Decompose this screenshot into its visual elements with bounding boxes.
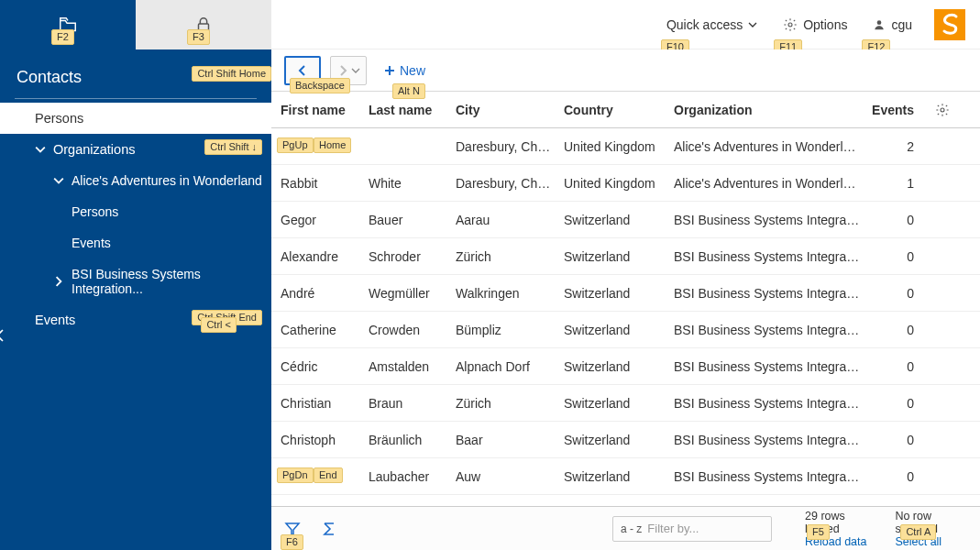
cell-country: Switzerland: [555, 433, 665, 447]
new-label: New: [400, 63, 425, 78]
sidebar: Contacts Ctrl Shift Home Persons Organiz…: [0, 50, 271, 550]
chevron-down-icon: [748, 20, 757, 29]
svg-point-1: [788, 23, 792, 27]
app-logo: [934, 9, 965, 40]
table-row[interactable]: AndréWegmüllerWalkringenSwitzerlandBSI B…: [271, 275, 980, 312]
nav-organizations-label: Organizations: [53, 142, 135, 157]
table-row[interactable]: ChristianBraunZürichSwitzerlandBSI Busin…: [271, 385, 980, 422]
cell-events: 0: [863, 286, 927, 301]
table-row[interactable]: ChristophBräunlichBaarSwitzerlandBSI Bus…: [271, 422, 980, 458]
cell-city: Daresbury, Ches...: [446, 176, 555, 191]
cell-last-name: Bräunlich: [359, 433, 446, 447]
collapse-sidebar-button[interactable]: Ctrl <: [0, 326, 262, 348]
table-row[interactable]: AlexandreSchroderZürichSwitzerlandBSI Bu…: [271, 238, 980, 275]
table-row[interactable]: GegorBauerAarauSwitzerlandBSI Business S…: [271, 202, 980, 238]
key-alt-n: Alt N: [392, 83, 425, 99]
arrow-left-icon: [296, 64, 309, 77]
quick-access-menu[interactable]: Quick access F10: [654, 17, 770, 32]
table-row[interactable]: ClaudioLaubacherAuwSwitzerlandBSI Busine…: [271, 458, 980, 495]
nav-alice[interactable]: Alice's Adventures in Wonderland: [0, 165, 271, 196]
th-city[interactable]: City: [446, 103, 555, 117]
key-pgup: PgUp: [277, 138, 314, 153]
app-header: F2 F3 Quick access F10 Options F11 cgu F…: [0, 0, 980, 50]
cell-first-name: André: [271, 286, 359, 301]
gear-icon: [783, 17, 798, 32]
th-country[interactable]: Country: [555, 103, 665, 117]
table-footer: F6 a - z Filter by... 29 rows loaded Rel…: [271, 506, 980, 550]
cell-country: Switzerland: [555, 469, 665, 484]
cell-first-name: Cédric: [271, 359, 359, 374]
th-last-name[interactable]: Last name: [359, 103, 446, 117]
divider: [15, 98, 257, 99]
cell-organization: BSI Business Systems Integratio...: [665, 286, 863, 301]
sigma-icon[interactable]: [321, 521, 337, 537]
table-row[interactable]: CédricAmstaldenAlpnach DorfSwitzerlandBS…: [271, 348, 980, 385]
nav-alice-events[interactable]: Events: [0, 227, 271, 258]
key-end: End: [314, 468, 343, 483]
table-row[interactable]: AliceDaresbury, Ches...United KingdomAli…: [271, 128, 980, 165]
cell-country: Switzerland: [555, 323, 665, 337]
nav-alice-persons[interactable]: Persons: [0, 196, 271, 227]
nav-bsi[interactable]: BSI Business Systems Integration...: [0, 258, 271, 304]
main-area: Backspace New Alt N First name Last name…: [271, 50, 980, 550]
nav-organizations[interactable]: Organizations Ctrl Shift ↓: [0, 134, 271, 165]
chevron-left-icon: [0, 326, 9, 345]
th-events[interactable]: Events: [863, 103, 927, 117]
cell-last-name: Wegmüller: [359, 286, 446, 301]
cell-organization: BSI Business Systems Integratio...: [665, 396, 863, 411]
cell-first-name: Catherine: [271, 323, 359, 337]
svg-point-2: [877, 20, 882, 25]
cell-last-name: Crowden: [359, 323, 446, 337]
options-menu[interactable]: Options F11: [770, 17, 860, 32]
arrow-right-icon: [336, 64, 349, 77]
cell-first-name: Christoph: [271, 433, 359, 447]
cell-organization: BSI Business Systems Integratio...: [665, 249, 863, 264]
filter-input[interactable]: a - z Filter by...: [612, 516, 772, 542]
key-ctrl-left: Ctrl <: [201, 317, 237, 333]
cell-organization: BSI Business Systems Integratio...: [665, 359, 863, 374]
table-body[interactable]: PgUp Home PgDn End AliceDaresbury, Ches.…: [271, 128, 980, 506]
table-settings-button[interactable]: [927, 103, 958, 117]
key-f6: F6: [281, 534, 303, 550]
plus-icon: [383, 64, 396, 77]
cell-last-name: Braun: [359, 396, 446, 411]
tab-contacts[interactable]: F2: [0, 0, 136, 50]
key-f2: F2: [51, 29, 74, 45]
key-backspace: Backspace: [290, 78, 350, 94]
nav-persons[interactable]: Persons: [0, 103, 271, 134]
cell-events: 2: [863, 139, 927, 154]
key-ctrl-a: Ctrl A: [900, 524, 936, 540]
back-button[interactable]: Backspace: [284, 56, 321, 85]
cell-city: Auw: [446, 469, 555, 484]
key-pgdn: PgDn: [277, 468, 314, 483]
chevron-right-icon: [53, 276, 64, 287]
quick-access-label: Quick access: [666, 17, 743, 32]
table-row[interactable]: RabbitWhiteDaresbury, Ches...United King…: [271, 165, 980, 202]
new-button[interactable]: New Alt N: [383, 63, 425, 78]
cell-events: 0: [863, 249, 927, 264]
th-organization[interactable]: Organization: [665, 103, 863, 117]
key-ctrl-shift-down: Ctrl Shift ↓: [204, 139, 262, 155]
filter-prefix: a - z: [621, 522, 642, 535]
key-ctrl-shift-home: Ctrl Shift Home: [192, 66, 271, 82]
nav-alice-label: Alice's Adventures in Wonderland: [72, 173, 262, 188]
cell-country: United Kingdom: [555, 139, 665, 154]
cell-events: 0: [863, 433, 927, 447]
tab-search[interactable]: F3: [136, 0, 271, 50]
cell-organization: Alice's Adventures in Wonderland: [665, 139, 863, 154]
cell-events: 1: [863, 176, 927, 191]
svg-point-4: [941, 108, 944, 112]
nav-alice-persons-label: Persons: [72, 204, 118, 219]
th-first-name[interactable]: First name: [271, 103, 359, 117]
nav-persons-label: Persons: [35, 111, 83, 126]
cell-first-name: Christian: [271, 396, 359, 411]
table-row[interactable]: CatherineCrowdenBümplizSwitzerlandBSI Bu…: [271, 312, 980, 348]
cell-city: Alpnach Dorf: [446, 359, 555, 374]
cell-last-name: Bauer: [359, 213, 446, 227]
cell-first-name: Gegor: [271, 213, 359, 227]
cell-city: Zürich: [446, 249, 555, 264]
cell-organization: BSI Business Systems Integratio...: [665, 469, 863, 484]
user-menu[interactable]: cgu F12: [860, 17, 925, 32]
cell-city: Baar: [446, 433, 555, 447]
user-label: cgu: [891, 17, 912, 32]
